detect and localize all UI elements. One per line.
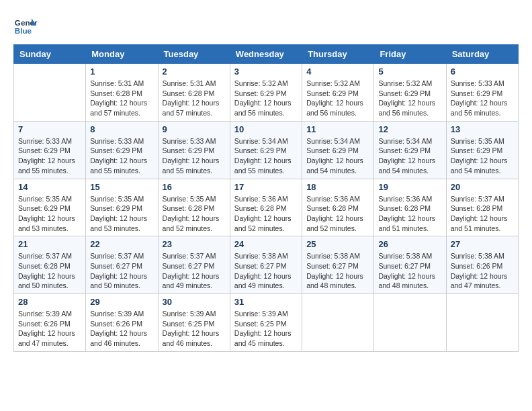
weekday-header-monday: Monday — [86, 45, 158, 64]
calendar-cell: 19Sunrise: 5:36 AM Sunset: 6:28 PM Dayli… — [374, 179, 446, 236]
day-number: 7 — [18, 124, 81, 134]
day-info: Sunrise: 5:35 AM Sunset: 6:29 PM Dayligh… — [18, 194, 81, 234]
calendar-cell: 29Sunrise: 5:39 AM Sunset: 6:26 PM Dayli… — [86, 294, 158, 352]
weekday-header-tuesday: Tuesday — [158, 45, 230, 64]
calendar-cell: 25Sunrise: 5:38 AM Sunset: 6:27 PM Dayli… — [302, 236, 374, 294]
calendar-cell — [14, 64, 86, 122]
day-number: 12 — [378, 124, 441, 134]
day-info: Sunrise: 5:37 AM Sunset: 6:27 PM Dayligh… — [163, 251, 226, 291]
day-number: 11 — [306, 124, 369, 134]
calendar-cell: 22Sunrise: 5:37 AM Sunset: 6:27 PM Dayli… — [86, 236, 158, 294]
day-info: Sunrise: 5:38 AM Sunset: 6:27 PM Dayligh… — [378, 251, 441, 291]
day-number: 22 — [90, 239, 153, 249]
day-info: Sunrise: 5:39 AM Sunset: 6:25 PM Dayligh… — [163, 309, 226, 349]
day-info: Sunrise: 5:31 AM Sunset: 6:28 PM Dayligh… — [90, 79, 153, 118]
calendar-cell: 4Sunrise: 5:32 AM Sunset: 6:29 PM Daylig… — [302, 64, 374, 122]
day-info: Sunrise: 5:33 AM Sunset: 6:29 PM Dayligh… — [163, 136, 226, 176]
day-number: 10 — [234, 124, 298, 134]
day-number: 14 — [18, 182, 81, 192]
calendar-cell: 2Sunrise: 5:31 AM Sunset: 6:28 PM Daylig… — [158, 64, 230, 122]
calendar-week-4: 21Sunrise: 5:37 AM Sunset: 6:28 PM Dayli… — [14, 236, 519, 294]
calendar-cell: 8Sunrise: 5:33 AM Sunset: 6:29 PM Daylig… — [86, 121, 158, 179]
day-number: 1 — [90, 66, 153, 77]
day-number: 29 — [90, 297, 153, 307]
day-info: Sunrise: 5:34 AM Sunset: 6:29 PM Dayligh… — [234, 136, 298, 176]
calendar-cell: 11Sunrise: 5:34 AM Sunset: 6:29 PM Dayli… — [302, 121, 374, 179]
weekday-header-wednesday: Wednesday — [230, 45, 302, 64]
day-info: Sunrise: 5:39 AM Sunset: 6:25 PM Dayligh… — [234, 309, 298, 349]
calendar-cell: 10Sunrise: 5:34 AM Sunset: 6:29 PM Dayli… — [230, 121, 302, 179]
day-info: Sunrise: 5:32 AM Sunset: 6:29 PM Dayligh… — [306, 79, 369, 118]
day-info: Sunrise: 5:36 AM Sunset: 6:28 PM Dayligh… — [234, 194, 298, 234]
calendar-cell: 13Sunrise: 5:35 AM Sunset: 6:29 PM Dayli… — [446, 121, 518, 179]
calendar-cell: 24Sunrise: 5:38 AM Sunset: 6:27 PM Dayli… — [230, 236, 302, 294]
day-number: 20 — [451, 182, 514, 192]
day-info: Sunrise: 5:31 AM Sunset: 6:28 PM Dayligh… — [163, 79, 226, 118]
day-info: Sunrise: 5:38 AM Sunset: 6:26 PM Dayligh… — [451, 251, 514, 291]
day-info: Sunrise: 5:37 AM Sunset: 6:27 PM Dayligh… — [90, 251, 153, 291]
calendar-cell: 12Sunrise: 5:34 AM Sunset: 6:29 PM Dayli… — [374, 121, 446, 179]
calendar-cell: 20Sunrise: 5:37 AM Sunset: 6:28 PM Dayli… — [446, 179, 518, 236]
day-number: 15 — [90, 182, 153, 192]
calendar-cell: 21Sunrise: 5:37 AM Sunset: 6:28 PM Dayli… — [14, 236, 86, 294]
day-number: 4 — [306, 66, 369, 77]
day-number: 27 — [451, 239, 514, 249]
calendar-cell: 9Sunrise: 5:33 AM Sunset: 6:29 PM Daylig… — [158, 121, 230, 179]
day-info: Sunrise: 5:38 AM Sunset: 6:27 PM Dayligh… — [306, 251, 369, 291]
day-info: Sunrise: 5:36 AM Sunset: 6:28 PM Dayligh… — [378, 194, 441, 234]
weekday-header-sunday: Sunday — [14, 45, 86, 64]
day-info: Sunrise: 5:33 AM Sunset: 6:29 PM Dayligh… — [90, 136, 153, 176]
logo: General Blue — [13, 13, 38, 38]
day-number: 26 — [378, 239, 441, 249]
day-number: 17 — [234, 182, 298, 192]
weekday-header-friday: Friday — [374, 45, 446, 64]
day-number: 16 — [163, 182, 226, 192]
day-number: 13 — [451, 124, 514, 134]
day-info: Sunrise: 5:34 AM Sunset: 6:29 PM Dayligh… — [306, 136, 369, 176]
day-info: Sunrise: 5:39 AM Sunset: 6:26 PM Dayligh… — [18, 309, 81, 349]
calendar-cell — [446, 294, 518, 352]
day-number: 30 — [163, 297, 226, 307]
day-info: Sunrise: 5:35 AM Sunset: 6:29 PM Dayligh… — [90, 194, 153, 234]
calendar-cell: 16Sunrise: 5:35 AM Sunset: 6:28 PM Dayli… — [158, 179, 230, 236]
weekday-header-thursday: Thursday — [302, 45, 374, 64]
calendar-week-5: 28Sunrise: 5:39 AM Sunset: 6:26 PM Dayli… — [14, 294, 519, 352]
day-info: Sunrise: 5:33 AM Sunset: 6:29 PM Dayligh… — [18, 136, 81, 176]
day-number: 24 — [234, 239, 298, 249]
calendar-table: SundayMondayTuesdayWednesdayThursdayFrid… — [13, 44, 519, 352]
svg-text:Blue: Blue — [15, 26, 32, 35]
calendar-cell: 3Sunrise: 5:32 AM Sunset: 6:29 PM Daylig… — [230, 64, 302, 122]
calendar-cell: 6Sunrise: 5:33 AM Sunset: 6:29 PM Daylig… — [446, 64, 518, 122]
calendar-cell: 26Sunrise: 5:38 AM Sunset: 6:27 PM Dayli… — [374, 236, 446, 294]
day-number: 25 — [306, 239, 369, 249]
calendar-cell: 7Sunrise: 5:33 AM Sunset: 6:29 PM Daylig… — [14, 121, 86, 179]
day-info: Sunrise: 5:32 AM Sunset: 6:29 PM Dayligh… — [378, 79, 441, 118]
calendar-week-3: 14Sunrise: 5:35 AM Sunset: 6:29 PM Dayli… — [14, 179, 519, 236]
day-number: 8 — [90, 124, 153, 134]
day-info: Sunrise: 5:38 AM Sunset: 6:27 PM Dayligh… — [234, 251, 298, 291]
calendar-cell: 17Sunrise: 5:36 AM Sunset: 6:28 PM Dayli… — [230, 179, 302, 236]
day-number: 3 — [234, 66, 298, 77]
calendar-cell — [302, 294, 374, 352]
calendar-cell: 28Sunrise: 5:39 AM Sunset: 6:26 PM Dayli… — [14, 294, 86, 352]
day-info: Sunrise: 5:37 AM Sunset: 6:28 PM Dayligh… — [451, 194, 514, 234]
day-number: 19 — [378, 182, 441, 192]
day-info: Sunrise: 5:39 AM Sunset: 6:26 PM Dayligh… — [90, 309, 153, 349]
day-number: 18 — [306, 182, 369, 192]
calendar-week-2: 7Sunrise: 5:33 AM Sunset: 6:29 PM Daylig… — [14, 121, 519, 179]
day-info: Sunrise: 5:37 AM Sunset: 6:28 PM Dayligh… — [18, 251, 81, 291]
calendar-cell: 15Sunrise: 5:35 AM Sunset: 6:29 PM Dayli… — [86, 179, 158, 236]
day-number: 6 — [451, 66, 514, 77]
weekday-header-saturday: Saturday — [446, 45, 518, 64]
calendar-cell: 27Sunrise: 5:38 AM Sunset: 6:26 PM Dayli… — [446, 236, 518, 294]
day-info: Sunrise: 5:35 AM Sunset: 6:28 PM Dayligh… — [163, 194, 226, 234]
day-info: Sunrise: 5:36 AM Sunset: 6:28 PM Dayligh… — [306, 194, 369, 234]
day-number: 2 — [163, 66, 226, 77]
day-number: 9 — [163, 124, 226, 134]
day-info: Sunrise: 5:32 AM Sunset: 6:29 PM Dayligh… — [234, 79, 298, 118]
calendar-cell — [374, 294, 446, 352]
day-info: Sunrise: 5:33 AM Sunset: 6:29 PM Dayligh… — [451, 79, 514, 118]
day-info: Sunrise: 5:34 AM Sunset: 6:29 PM Dayligh… — [378, 136, 441, 176]
logo-icon: General Blue — [13, 13, 38, 38]
calendar-cell: 30Sunrise: 5:39 AM Sunset: 6:25 PM Dayli… — [158, 294, 230, 352]
